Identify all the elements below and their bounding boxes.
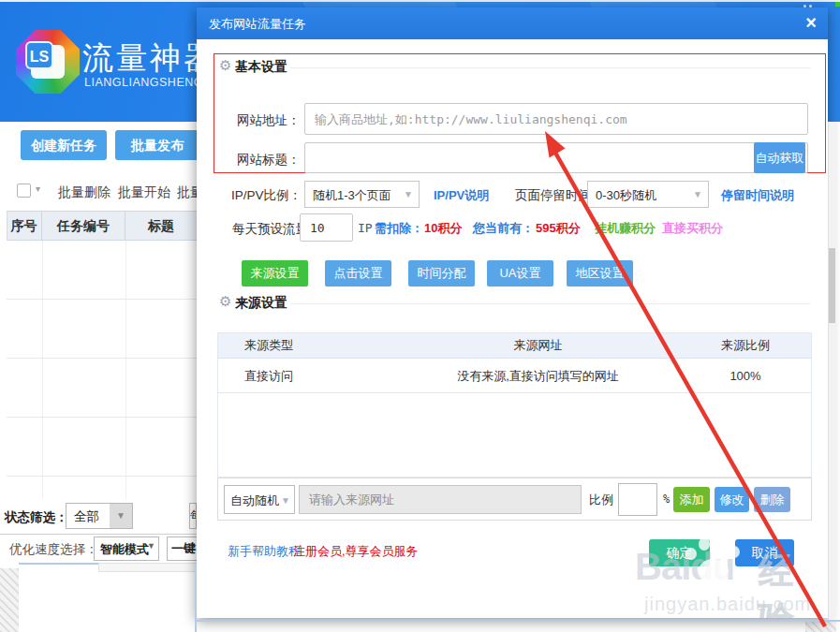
newbie-help-link[interactable]: 新手帮助教程 xyxy=(228,543,301,560)
source-col-type: 来源类型 xyxy=(218,333,396,358)
hidden-panel-sliver xyxy=(98,563,197,572)
task-table-header: 序号 任务编号 标题 xyxy=(7,211,197,241)
ippv-select-value: 随机1-3个页面 xyxy=(313,187,391,204)
cancel-button[interactable]: 取消 xyxy=(735,539,794,566)
daily-traffic-input[interactable] xyxy=(300,213,353,242)
task-table-body xyxy=(7,241,197,499)
tab-source-settings[interactable]: 来源设置 xyxy=(242,260,308,287)
source-controls-bar: 自动随机来源 ▼ 比例： % 添加 修改 删除 xyxy=(217,478,812,521)
one-key-button-partial[interactable]: 一键 xyxy=(167,536,198,561)
table-row xyxy=(7,300,197,359)
source-type-select[interactable]: 自动随机来源 ▼ xyxy=(224,485,295,514)
status-filter-label: 状态筛选： xyxy=(5,509,68,526)
table-row xyxy=(7,359,197,418)
resize-grip-left xyxy=(0,568,19,632)
select-all-checkbox[interactable] xyxy=(17,184,31,198)
batch-more-link[interactable]: 批量 xyxy=(177,184,197,201)
source-row-url: 没有来源,直接访问填写的网址 xyxy=(396,359,680,392)
gear-icon: ⚙ xyxy=(219,57,231,74)
ippv-select[interactable]: 随机1-3个页面 ▼ xyxy=(304,181,420,208)
add-source-button[interactable]: 添加 xyxy=(673,487,710,512)
auto-fetch-button[interactable]: 自动获取 xyxy=(754,142,805,173)
caret-down-icon: ▼ xyxy=(404,189,413,199)
percent-sign: % xyxy=(663,492,670,506)
batch-publish-button[interactable]: 批量发布 xyxy=(115,130,199,160)
stay-time-select[interactable]: 0-30秒随机 ▼ xyxy=(587,181,709,208)
corner-indicator xyxy=(835,2,840,7)
task-col-index: 序号 xyxy=(7,212,42,240)
batch-start-link[interactable]: 批量开始 xyxy=(118,184,170,201)
tab-region-settings[interactable]: 地区设置 xyxy=(567,260,633,287)
speed-select-value: 智能模式 xyxy=(100,541,149,558)
table-row[interactable]: 直接访问 没有来源,直接访问填写的网址 100% xyxy=(218,359,811,393)
stay-time-help-link[interactable]: 停留时间说明 xyxy=(721,187,794,204)
delete-source-button[interactable]: 删除 xyxy=(754,487,790,512)
basic-settings-heading: 基本设置 xyxy=(235,59,287,76)
source-table-header: 来源类型 来源网址 来源比例 xyxy=(218,333,811,359)
select-all-caret-icon[interactable]: ▾ xyxy=(36,184,40,194)
caret-down-icon: ▼ xyxy=(693,189,702,199)
source-url-input[interactable] xyxy=(299,485,582,514)
caret-down-icon: ▼ xyxy=(116,510,125,521)
balance-label: 您当前有： xyxy=(473,220,534,237)
source-row-ratio: 100% xyxy=(680,359,811,392)
window-bottom-border xyxy=(197,620,840,622)
section-divider xyxy=(290,303,810,304)
source-table: 来源类型 来源网址 来源比例 直接访问 没有来源,直接访问填写的网址 100% xyxy=(217,332,812,478)
speed-row-divider xyxy=(0,534,197,535)
dialog-title: 发布网站流量任务 xyxy=(209,16,306,33)
app-logo-badge: LS xyxy=(25,41,53,69)
daily-traffic-unit: IP xyxy=(358,221,373,235)
source-settings-heading: 来源设置 xyxy=(235,295,287,312)
panel-divider xyxy=(195,564,197,632)
scrollbar[interactable] xyxy=(828,122,835,621)
task-col-title: 标题 xyxy=(125,212,197,240)
status-filter-select[interactable]: 全部 ▼ xyxy=(66,503,133,529)
speed-select[interactable]: 智能模式 ▼ xyxy=(94,536,159,561)
table-row xyxy=(7,241,197,300)
tab-click-settings[interactable]: 点击设置 xyxy=(325,260,391,287)
register-vip-link[interactable]: 注册会员,尊享会员服务 xyxy=(293,543,419,560)
source-row-type: 直接访问 xyxy=(218,359,396,392)
partial-hidden-control: 每 xyxy=(189,503,197,529)
edit-source-button[interactable]: 修改 xyxy=(715,487,749,512)
tab-ua-settings[interactable]: UA设置 xyxy=(487,260,553,287)
gear-icon: ⚙ xyxy=(219,293,231,310)
resize-grip-right[interactable] xyxy=(805,622,836,632)
source-col-url: 来源网址 xyxy=(396,333,680,358)
dialog-titlebar[interactable]: 发布网站流量任务 × xyxy=(197,7,828,39)
url-label: 网站地址： xyxy=(237,112,301,129)
watermark-domain: jingyan.baidu.com xyxy=(644,594,811,615)
publish-task-dialog: 发布网站流量任务 × ⚙ 基本设置 网站地址： 网站标题： 自动获取 IP/PV… xyxy=(197,7,828,618)
stay-time-select-value: 0-30秒随机 xyxy=(596,187,656,204)
close-icon[interactable]: × xyxy=(805,11,817,34)
status-filter-arrow[interactable]: ▼ xyxy=(110,504,132,528)
ippv-help-link[interactable]: IP/PV说明 xyxy=(434,187,489,204)
url-input[interactable] xyxy=(304,103,808,135)
source-col-ratio: 来源比例 xyxy=(680,333,811,358)
ratio-input[interactable] xyxy=(618,483,657,516)
caret-down-icon: ▼ xyxy=(147,541,155,551)
deduct-value: 10积分 xyxy=(424,220,462,237)
earn-credits-link[interactable]: 挂机赚积分 xyxy=(595,220,656,237)
deduct-label: 需扣除： xyxy=(375,220,423,237)
ippv-label: IP/PV比例： xyxy=(231,187,302,204)
site-title-label: 网站标题： xyxy=(237,152,301,169)
scrollbar-thumb[interactable] xyxy=(829,248,835,323)
caret-down-icon: ▼ xyxy=(281,495,290,506)
source-type-value: 自动随机来源 xyxy=(230,492,279,509)
section-divider xyxy=(290,67,810,68)
balance-value: 595积分 xyxy=(536,220,581,237)
table-row xyxy=(7,418,197,477)
screen: LS 流量神器 LIANGLIANGSHENQI 创建新任务 批量发布 ▾ 批量… xyxy=(0,0,840,632)
speed-select-label: 优化速度选择： xyxy=(9,541,98,558)
site-title-input[interactable] xyxy=(304,142,808,173)
buy-credits-link[interactable]: 直接买积分 xyxy=(662,220,723,237)
app-subtitle: LIANGLIANGSHENQI xyxy=(84,76,207,89)
task-col-id: 任务编号 xyxy=(42,212,125,240)
tab-time-allocation[interactable]: 时间分配 xyxy=(408,260,475,287)
create-task-button[interactable]: 创建新任务 xyxy=(21,130,107,160)
batch-delete-link[interactable]: 批量删除 xyxy=(58,184,111,201)
confirm-button[interactable]: 确定 xyxy=(649,539,710,566)
status-filter-value: 全部 xyxy=(74,508,99,525)
